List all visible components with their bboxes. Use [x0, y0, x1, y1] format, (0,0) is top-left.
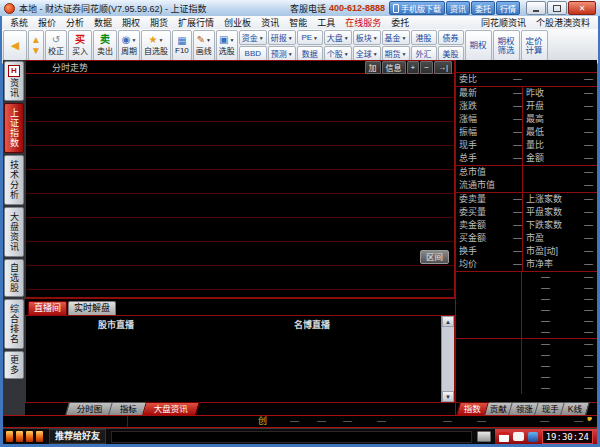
dropdown-icon: ▼ [373, 51, 378, 57]
hk-forex-top-button[interactable]: 港股 [411, 30, 437, 45]
intraday-chart[interactable]: 区间 [25, 74, 455, 298]
watchlist-button[interactable]: ★▼自选股 [141, 30, 171, 61]
quick-button-2[interactable]: 委托 [471, 1, 495, 15]
bottom-tab-0[interactable]: 分时图 [65, 402, 114, 415]
quick-button-0[interactable]: 手机版下载 [389, 1, 445, 15]
share-to-friend-button[interactable]: 推荐给好友 [49, 429, 106, 444]
zoom-out-button[interactable]: − [420, 61, 433, 74]
pricing-calc-button[interactable]: 定价 计算 [521, 30, 548, 61]
menu-item-8[interactable]: 资讯 [256, 16, 284, 29]
info-button[interactable]: 信息 [382, 61, 406, 74]
minimize-button[interactable] [526, 1, 546, 15]
maximize-button[interactable] [547, 1, 567, 15]
hk-forex-bottom-button[interactable]: 外汇 [411, 46, 437, 61]
quote-tab-0[interactable]: 指数 [456, 402, 489, 415]
bond-us-bottom-button[interactable]: 美股 [438, 46, 464, 61]
field-label: 最低 [522, 126, 570, 139]
pe-data-bottom-button[interactable]: 数据 [297, 46, 323, 61]
scroll-updown[interactable]: ▲▼ [28, 30, 44, 61]
calendar-icon[interactable] [499, 432, 509, 442]
fund-futures-bottom-button[interactable]: 期货▼ [382, 46, 410, 61]
sector-global-top-button[interactable]: 板块▼ [353, 30, 381, 45]
menu-item-1[interactable]: 报价 [33, 16, 61, 29]
close-button[interactable]: ✕ [568, 1, 596, 15]
period-button[interactable]: ◉▼周期 [118, 30, 140, 61]
funds-bbd-bottom-button[interactable]: BBD [239, 46, 267, 61]
back-button[interactable]: ◀ [3, 30, 27, 61]
menu-item-9[interactable]: 智能 [284, 16, 312, 29]
market-stock-top-button[interactable]: 大盘▼ [324, 30, 352, 45]
add-button[interactable]: 加 [365, 61, 381, 74]
fund-futures-top-button[interactable]: 基金▼ [382, 30, 410, 45]
menu-item-11[interactable]: 在线服务 [340, 16, 386, 29]
sidebar-tab-6[interactable]: 更多 [4, 351, 24, 379]
statusbar: 推荐给好友 19:30:24 [3, 428, 597, 444]
menu-item-7[interactable]: 创业板 [219, 16, 256, 29]
sidebar-tab-2[interactable]: 技术分析 [4, 155, 24, 205]
stock-pick-button[interactable]: ▣▼选股 [216, 30, 238, 61]
menu-item-6[interactable]: 扩展行情 [173, 16, 219, 29]
fund-futures: 基金▼期货▼ [382, 30, 410, 61]
options-filter-button[interactable]: 期权 筛选 [493, 30, 520, 61]
range-button[interactable]: 区间 [420, 250, 449, 264]
chart-mode-label: 分时走势 [52, 61, 88, 74]
zoom-in-button[interactable]: + [407, 61, 420, 74]
options-button[interactable]: 期权 [465, 30, 492, 61]
sidebar-tab-4[interactable]: 自选股 [4, 259, 24, 297]
sidebar-tab-1[interactable]: 上证指数 [4, 103, 24, 153]
chat-icon[interactable] [513, 432, 524, 441]
sector-global-bottom-button[interactable]: 全球▼ [353, 46, 381, 61]
pe-data-top-button[interactable]: PE▼ [297, 30, 323, 45]
service-phone: 客服电话 400-612-8888 [290, 2, 385, 15]
quote-row: 涨跌—开盘— [456, 100, 597, 113]
buy-button[interactable]: 买买入 [68, 30, 92, 61]
bottom-tab-2[interactable]: 大盘资讯 [142, 402, 200, 415]
live-tab-1[interactable]: 实时解盘 [68, 301, 116, 315]
sidebar-tab-3[interactable]: 大盘资讯 [4, 207, 24, 257]
field-value: — [496, 113, 522, 126]
scroll-up-icon[interactable]: ▲ [442, 316, 454, 327]
field-label: 涨幅 [456, 113, 496, 126]
menu-right-item-1[interactable]: 个股港澳资料 [531, 16, 595, 29]
live-scrollbar[interactable]: ▲ ▼ [441, 316, 454, 402]
menu-item-3[interactable]: 数据 [89, 16, 117, 29]
sidebar-tab-0[interactable]: H资讯 [4, 61, 24, 101]
report-forecast-bottom-button[interactable]: 预测▼ [268, 46, 296, 61]
menu-item-10[interactable]: 工具 [312, 16, 340, 29]
market-stock-bottom-button[interactable]: 个股▼ [324, 46, 352, 61]
sidebar-tab-label: 更多 [5, 355, 23, 375]
f10-button[interactable]: ▦F10 [172, 30, 192, 61]
live-tab-0[interactable]: 直播间 [28, 301, 67, 315]
quote-row: 委比—— [456, 73, 597, 86]
scroll-down-icon[interactable]: ▼ [442, 391, 454, 402]
quick-button-1[interactable]: 资讯 [446, 1, 470, 15]
bond-us-top-button[interactable]: 债券 [438, 30, 464, 45]
sidebar-tab-5[interactable]: 综合排名 [4, 299, 24, 349]
menu-item-5[interactable]: 期货 [145, 16, 173, 29]
report-forecast-top-button[interactable]: 研报▼ [268, 30, 296, 45]
field-value: — [522, 361, 550, 372]
quote-tab-4[interactable]: K线 [560, 402, 590, 415]
hot-icon-2[interactable] [16, 431, 23, 442]
field-value: — [496, 87, 522, 100]
menu-item-2[interactable]: 分析 [61, 16, 89, 29]
printer-icon[interactable] [477, 431, 491, 442]
correction-button[interactable]: ↺校正 [45, 30, 67, 61]
button-label: 买入 [72, 45, 88, 56]
funds-bbd-top-button[interactable]: 资金▼ [239, 30, 267, 45]
hot-icon-3[interactable] [26, 431, 33, 442]
menu-item-4[interactable]: 期权 [117, 16, 145, 29]
draw-line-button[interactable]: ✎▼画线 [193, 30, 215, 61]
next-button[interactable]: →| [434, 61, 452, 74]
messenger-icon[interactable] [528, 432, 538, 442]
hot-icon-1[interactable] [6, 431, 13, 442]
wrench-icon[interactable] [585, 417, 594, 426]
quick-button-3[interactable]: 行情 [496, 1, 520, 15]
sell-button[interactable]: 卖卖出 [93, 30, 117, 61]
field-label: 委买量 [456, 206, 496, 219]
field-value: — [496, 219, 522, 232]
menu-item-12[interactable]: 委托 [386, 16, 414, 29]
hot-icon-4[interactable] [36, 431, 43, 442]
menu-item-0[interactable]: 系统 [5, 16, 33, 29]
menu-right-item-0[interactable]: 同花顺资讯 [476, 16, 531, 29]
